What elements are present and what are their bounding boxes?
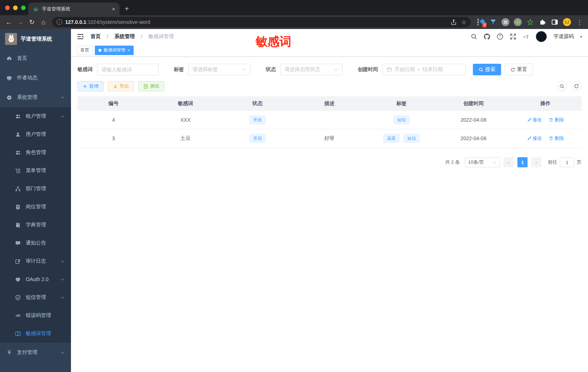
sidebar-item-sensitive-word[interactable]: 敏感词管理: [0, 325, 71, 343]
add-button[interactable]: 新增: [77, 81, 104, 91]
sidebar-item-post[interactable]: 岗位管理: [0, 198, 71, 216]
breadcrumb-home[interactable]: 首页: [91, 33, 101, 40]
open-book-icon: [15, 331, 21, 337]
edit-log-icon: [15, 259, 21, 264]
github-icon[interactable]: [484, 33, 490, 40]
zoom-window-button[interactable]: [21, 5, 26, 10]
extension-star-icon[interactable]: [526, 18, 534, 26]
cell-created: 2022-04-08: [437, 111, 509, 129]
new-tab-button[interactable]: +: [125, 4, 129, 13]
tab-title: 芋道管理系统: [42, 6, 109, 12]
col-status: 状态: [222, 96, 294, 111]
extension-diamond-icon[interactable]: 9: [476, 18, 485, 26]
refresh-icon: [511, 67, 515, 72]
total-count: 共 2 条: [445, 159, 460, 166]
sidebar-item-sms[interactable]: 短信管理: [0, 288, 71, 306]
profile-avatar-emoji[interactable]: [563, 18, 571, 26]
sidebar-item-tenant[interactable]: 租户管理: [0, 107, 71, 125]
extension-puzzle-icon[interactable]: [538, 18, 547, 26]
document-icon: [143, 84, 148, 89]
tag-close-icon[interactable]: ×: [127, 48, 130, 53]
edit-link[interactable]: 修改: [527, 135, 542, 142]
download-icon: [113, 84, 118, 89]
status-select[interactable]: 请选择启用状态: [280, 64, 343, 75]
sidebar-item-error-code[interactable]: </> 错误码管理: [0, 306, 71, 325]
sidebar-item-dict[interactable]: 字典管理: [0, 216, 71, 234]
share-icon[interactable]: [450, 19, 457, 25]
font-size-icon[interactable]: TT: [523, 33, 529, 40]
svg-text:T: T: [526, 34, 529, 40]
plus-icon: [83, 84, 87, 89]
chevron-down-icon: [242, 68, 246, 72]
back-icon[interactable]: ←: [4, 17, 14, 27]
reload-icon[interactable]: ↻: [27, 17, 37, 27]
export-button[interactable]: 导出: [108, 81, 134, 91]
help-icon[interactable]: ?: [497, 33, 503, 40]
toggle-search-button[interactable]: [557, 81, 567, 91]
people-icon: [15, 114, 21, 119]
search-icon: [479, 67, 483, 72]
forward-icon[interactable]: →: [15, 17, 25, 27]
page-1-button[interactable]: 1: [517, 157, 528, 167]
search-button[interactable]: 搜索: [473, 64, 501, 75]
extension-record-icon[interactable]: [513, 18, 522, 26]
date-range-picker[interactable]: 开始日期 - 结束日期: [382, 64, 466, 75]
page-size-select[interactable]: 10条/页: [465, 157, 500, 167]
site-info-icon[interactable]: i: [56, 19, 62, 25]
test-button[interactable]: 测试: [138, 81, 164, 91]
tab-close-icon[interactable]: ×: [112, 6, 115, 12]
sidebar-item-author-news[interactable]: 作者动态: [0, 68, 71, 88]
breadcrumb-current: 敏感词管理: [148, 33, 174, 40]
badge-icon: [15, 204, 21, 210]
tag-select[interactable]: 请选择标签: [188, 64, 251, 75]
gear-icon: [7, 95, 12, 100]
sidebar-item-user[interactable]: 用户管理: [0, 125, 71, 143]
chevron-down-icon: [334, 68, 338, 72]
edit-link[interactable]: 修改: [527, 117, 542, 123]
browser-tabstrip: 芋道管理系统 × +: [0, 0, 588, 15]
sidebar-item-system-management[interactable]: 系统管理: [0, 88, 71, 107]
keyword-input[interactable]: [101, 67, 154, 72]
tag-sensitive-word[interactable]: 敏感词管理 ×: [95, 46, 134, 55]
sidebar-item-oauth[interactable]: OAuth 2.0: [0, 270, 71, 288]
sidebar-item-payment[interactable]: ¥ 支付管理: [0, 343, 71, 362]
sidebar-item-menu[interactable]: 菜单管理: [0, 162, 71, 180]
home-icon[interactable]: ⌂: [38, 17, 49, 27]
browser-menu-icon[interactable]: ⋮: [575, 18, 584, 26]
extension-command-icon[interactable]: ⌘: [501, 18, 510, 26]
minimize-window-button[interactable]: [13, 5, 18, 10]
goto-page-input[interactable]: [560, 157, 574, 167]
extension-funnel-icon[interactable]: [489, 18, 497, 26]
user-caret-icon[interactable]: ▾: [580, 34, 582, 39]
sidebar-item-notice[interactable]: 通知公告: [0, 234, 71, 252]
sidebar-item-audit-log[interactable]: 审计日志: [0, 252, 71, 270]
browser-tab[interactable]: 芋道管理系统 ×: [28, 3, 119, 15]
delete-link[interactable]: 删除: [549, 135, 564, 142]
sidebar-item-role[interactable]: 角色管理: [0, 143, 71, 162]
address-bar[interactable]: i 127.0.0.1:1024/system/sensitive-word ☆: [52, 17, 471, 27]
tag-home[interactable]: 首页: [77, 46, 93, 55]
sidebar-item-home[interactable]: 首页: [0, 49, 71, 68]
prev-page-button[interactable]: ‹: [504, 157, 514, 167]
delete-link[interactable]: 删除: [549, 117, 564, 123]
filter-form: 敏感词 标签 请选择标签 状态 请选择启用状态 创建时间: [77, 64, 581, 75]
breadcrumb-system[interactable]: 系统管理: [114, 33, 135, 40]
refresh-table-button[interactable]: [571, 81, 581, 91]
url-host: 127.0.0.1: [65, 19, 86, 25]
system-submenu: 租户管理 用户管理 角色管理 菜单管理: [0, 107, 71, 343]
user-name[interactable]: 芋道源码: [553, 33, 574, 40]
collapse-sidebar-icon[interactable]: [77, 33, 84, 40]
search-icon[interactable]: [471, 33, 477, 40]
close-window-button[interactable]: [5, 5, 10, 10]
reset-button[interactable]: 重置: [505, 64, 533, 75]
fullscreen-icon[interactable]: [510, 33, 516, 40]
side-panel-icon[interactable]: [550, 18, 559, 26]
refresh-icon: [574, 84, 579, 89]
code-icon: </>: [15, 313, 21, 318]
bookmark-star-icon[interactable]: ☆: [461, 19, 466, 26]
svg-text:?: ?: [499, 34, 501, 38]
sidebar-logo[interactable]: 芋道管理系统: [0, 29, 71, 49]
user-avatar[interactable]: [536, 31, 547, 42]
sidebar-item-dept[interactable]: 部门管理: [0, 180, 71, 198]
next-page-button[interactable]: ›: [531, 157, 541, 167]
